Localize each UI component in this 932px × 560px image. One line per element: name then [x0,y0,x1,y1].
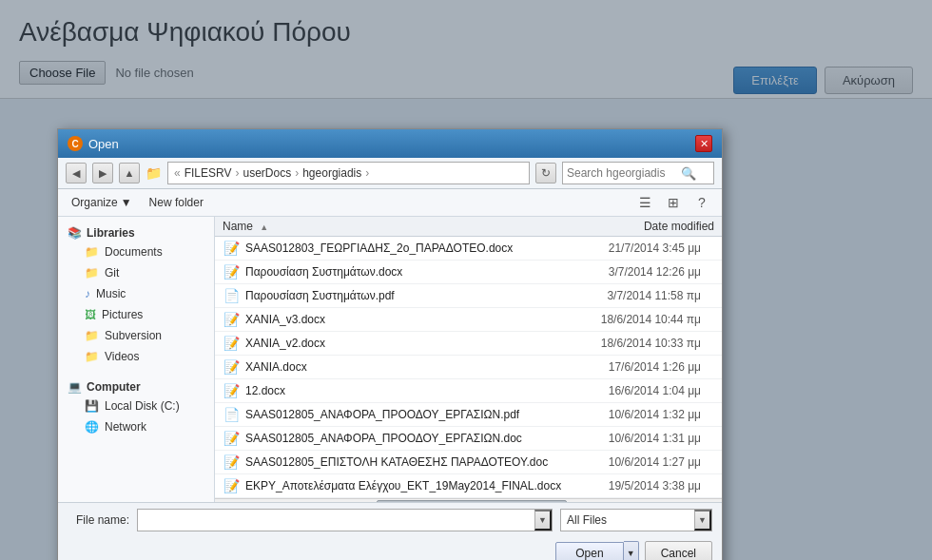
bc-sep-2: › [295,166,299,180]
file-date: 16/6/2014 1:04 μμ [572,384,714,397]
file-name: Παρουσίαση Συστημάτων.docx [245,265,572,279]
dialog-bottom: File name: ▼ All Files ▼ Open ▼ Cancel [58,502,722,560]
file-list-header: Name ▲ Date modified [215,217,722,237]
dialog-action-row: Open ▼ Cancel [58,537,722,560]
table-row[interactable]: 📝Παρουσίαση Συστημάτων.docx3/7/2014 12:2… [215,261,722,284]
search-bar: 🔍 [562,162,714,184]
table-row[interactable]: 📝ΧΑΝΙΑ.docx17/6/2014 1:26 μμ [215,356,722,379]
organize-label: Organize [71,196,118,209]
local-disk-label: Local Disk (C:) [105,399,180,413]
file-name: ΧΑΝΙΑ.docx [245,360,572,374]
sidebar-item-git[interactable]: 📁 Git [58,262,214,283]
toolbar-right-icons: ☰ ⊞ ? [632,192,714,213]
sidebar-item-network[interactable]: 🌐 Network [58,416,214,437]
computer-label: Computer [87,380,141,394]
file-date: 3/7/2014 12:26 μμ [572,265,714,279]
dialog-close-button[interactable]: ✕ [695,135,712,152]
dialog-cancel-button[interactable]: Cancel [645,541,712,560]
table-row[interactable]: 📝SAAS012805_ΑΝΑΦΟΡΑ_ΠΡΟΟΔΟΥ_ΕΡΓΑΣΙΩΝ.doc… [215,427,722,451]
computer-icon: 💻 [68,380,82,394]
libraries-icon: 📚 [68,226,82,240]
view-tile-button[interactable]: ⊞ [661,192,686,213]
open-dropdown-button[interactable]: ▼ [624,541,639,560]
file-name: Παρουσίαση Συστημάτων.pdf [245,289,572,302]
doc-icon: 📝 [223,263,240,280]
doc-icon: 📝 [223,430,240,447]
videos-icon: 📁 [85,350,99,363]
table-row[interactable]: 📝SAAS012803_ΓΕΩΡΓΙΑΔΗΣ_2o_ΠΑΡΑΔΟΤΕΟ.docx… [215,237,722,261]
sidebar-item-subversion[interactable]: 📁 Subversion [58,325,214,346]
breadcrumb-userdocs[interactable]: userDocs [243,166,292,180]
doc-icon: 📝 [223,240,240,257]
sidebar-item-documents[interactable]: 📁 Documents [58,241,214,262]
pdf-icon: 📄 [223,287,240,304]
up-button[interactable]: ▲ [119,163,140,183]
documents-icon: 📁 [85,245,99,259]
doc-icon: 📝 [223,335,240,352]
videos-label: Videos [105,350,139,363]
music-icon: ♪ [85,287,90,300]
subversion-label: Subversion [105,329,162,342]
pictures-label: Pictures [102,308,143,321]
git-icon: 📁 [85,266,99,280]
sidebar-item-local-disk[interactable]: 💾 Local Disk (C:) [58,396,214,416]
left-panel: 📚 Libraries 📁 Documents 📁 Git ♪ Music 🖼 … [58,217,215,502]
subversion-icon: 📁 [85,329,99,342]
network-label: Network [105,420,146,434]
hscroll-thumb[interactable] [377,500,567,503]
breadcrumb-separator-1: « [174,166,181,180]
file-name: SAAS012805_ΑΝΑΦΟΡΑ_ΠΡΟΟΔΟΥ_ΕΡΓΑΣΙΩΝ.pdf [245,408,572,421]
filetype-select-wrap: All Files ▼ [560,509,712,531]
hscroll-bar[interactable] [215,498,722,502]
organize-button[interactable]: Organize ▼ [66,194,138,211]
right-panel: Name ▲ Date modified 📝SAAS012803_ΓΕΩΡΓΙΑ… [215,217,722,502]
view-list-button[interactable]: ☰ [632,192,657,213]
doc-icon: 📝 [223,358,240,376]
table-row[interactable]: 📝SAAS012805_ΕΠΙΣΤΟΛΗ ΚΑΤΑΘΕΣΗΣ ΠΑΡΑΔΟΤΕΟ… [215,451,722,474]
file-name: ΧΑΝΙΑ_v3.docx [245,313,572,326]
filename-label: File name: [68,513,129,527]
dialog-titlebar-left: C Open [68,136,119,151]
filename-input-wrap: ▼ [137,509,553,531]
dialog-addressbar: ◀ ▶ ▲ 📁 « FILESRV › userDocs › hgeorgiad… [58,158,722,189]
search-icon[interactable]: 🔍 [681,166,696,181]
filename-dropdown-button[interactable]: ▼ [534,510,552,531]
filename-row: File name: ▼ All Files ▼ [58,503,722,537]
pictures-icon: 🖼 [85,308,96,321]
file-name: SAAS012803_ΓΕΩΡΓΙΑΔΗΣ_2o_ΠΑΡΑΔΟΤΕΟ.docx [245,241,572,255]
back-button[interactable]: ◀ [66,163,87,183]
music-label: Music [96,287,126,300]
table-row[interactable]: 📝ΕΚΡΥ_Αποτελέσματα Ελέγχου_ΕΚΤ_19May2014… [215,474,722,498]
sidebar-item-videos[interactable]: 📁 Videos [58,346,214,367]
computer-header: 💻 Computer [58,375,214,396]
table-row[interactable]: 📝ΧΑΝΙΑ_v2.docx18/6/2014 10:33 πμ [215,332,722,356]
file-date: 17/6/2014 1:26 μμ [572,360,714,374]
file-name: SAAS012805_ΕΠΙΣΤΟΛΗ ΚΑΤΑΘΕΣΗΣ ΠΑΡΑΔΟΤΕΟΥ… [245,455,572,469]
file-list-body: 📝SAAS012803_ΓΕΩΡΓΙΑΔΗΣ_2o_ΠΑΡΑΔΟΤΕΟ.docx… [215,237,722,498]
filename-input[interactable] [138,513,534,527]
table-row[interactable]: 📝12.docx16/6/2014 1:04 μμ [215,379,722,403]
open-button[interactable]: Open [555,542,623,560]
refresh-button[interactable]: ↻ [535,163,556,183]
breadcrumb-hgeorgiadis[interactable]: hgeorgiadis [302,166,361,180]
toolbar-left: Organize ▼ New folder [66,194,211,211]
documents-label: Documents [105,245,163,259]
file-date: 10/6/2014 1:31 μμ [572,432,714,445]
file-date: 10/6/2014 1:32 μμ [572,408,714,421]
libraries-header: 📚 Libraries [58,221,214,241]
folder-icon: 📁 [146,165,162,181]
sidebar-item-pictures[interactable]: 🖼 Pictures [58,304,214,325]
browser-icon: C [68,136,83,151]
table-row[interactable]: 📄Παρουσίαση Συστημάτων.pdf3/7/2014 11:58… [215,284,722,308]
search-input[interactable] [567,166,681,180]
forward-button[interactable]: ▶ [92,163,113,183]
file-date: 18/6/2014 10:44 πμ [572,313,714,326]
table-row[interactable]: 📄SAAS012805_ΑΝΑΦΟΡΑ_ΠΡΟΟΔΟΥ_ΕΡΓΑΣΙΩΝ.pdf… [215,403,722,427]
breadcrumb-filesrv[interactable]: FILESRV [184,166,232,180]
sidebar-item-music[interactable]: ♪ Music [58,283,214,304]
help-button[interactable]: ? [689,192,714,213]
new-folder-button[interactable]: New folder [142,194,211,211]
table-row[interactable]: 📝ΧΑΝΙΑ_v3.docx18/6/2014 10:44 πμ [215,308,722,332]
bc-sep-1: › [236,166,240,180]
filetype-dropdown-button[interactable]: ▼ [694,510,711,531]
